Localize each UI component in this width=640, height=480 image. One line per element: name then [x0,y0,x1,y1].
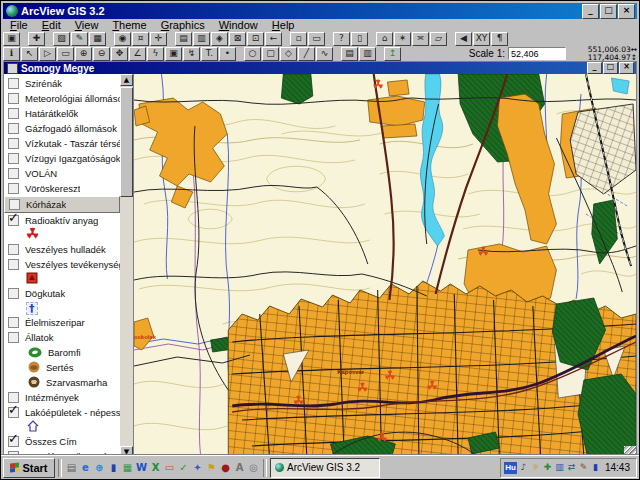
theme-properties-button[interactable]: ▧ [53,32,70,46]
merge-themes-button[interactable]: ▤ [175,32,192,46]
tile-windows-button[interactable]: ▱ [430,32,447,46]
theme-dogkutak[interactable]: Dögkutak [4,286,120,301]
text-editor-icon[interactable]: A [233,460,246,475]
theme-korhazak[interactable]: Kórházak [4,196,120,213]
theme-gazfogado-allomasok[interactable]: Gázfogadó állomások [4,121,120,136]
theme-hataratkelok[interactable]: Határátkelők [4,106,120,121]
theme-vizugyi-igazgatosagok[interactable]: Vízügyi Igazgatóságok [4,151,120,166]
graph-tool[interactable]: ▥ [359,47,376,61]
powerpoint-icon[interactable]: ▭ [163,460,176,475]
draw-line-tool[interactable]: ╱ [298,47,315,61]
open-theme-table-button[interactable]: ▦ [89,32,106,46]
arcview-task-button[interactable]: ArcView GIS 3.2 [270,458,380,478]
map-canvas[interactable]: Kaposvároskolak [134,74,636,458]
zoom-active-theme-button[interactable]: ⊡ [247,32,264,46]
scroll-up-button[interactable]: ▲ [120,74,133,86]
draw-rect-tool[interactable]: ▢ [262,47,279,61]
cd-player-icon[interactable]: ◎ [247,460,260,475]
xy-coordinates-button[interactable]: XY [473,32,490,46]
internet-explorer-icon[interactable]: e [79,460,92,475]
theme-checkbox-allatok[interactable] [8,332,19,343]
locate-address-button[interactable]: ¤ [132,32,149,46]
add-theme-button[interactable]: ✚ [28,32,45,46]
find-button[interactable]: ◉ [114,32,131,46]
theme-checkbox-volan[interactable] [8,168,19,179]
volume-icon[interactable]: ♪ [518,462,529,474]
theme-elelmiszeripar[interactable]: Élelmiszeripar [4,315,120,330]
app-titlebar[interactable]: ArcView GIS 3.2 _ □ × [3,3,637,19]
theme-checkbox-vizugyi-igazgatosagok[interactable] [8,153,19,164]
view-maximize-button[interactable]: □ [603,62,618,74]
antivirus-icon[interactable]: ✚ [542,462,553,474]
theme-checkbox-hataratkelok[interactable] [8,108,19,119]
scrollbar-thumb[interactable] [120,87,133,197]
image-viewer-icon[interactable]: ▦ [121,460,134,475]
zoom-in-tool[interactable]: ⊕ [75,47,92,61]
draw-point-tool[interactable]: • [219,47,236,61]
zoom-previous-button[interactable]: ← [265,32,282,46]
theme-checkbox-korhazak[interactable] [9,199,20,210]
hotlink-tool[interactable]: ↯ [183,47,200,61]
theme-checkbox-veszelyes-tevekenyseg[interactable] [8,259,19,270]
help-pointer-button[interactable]: ? [333,32,350,46]
save-project-button[interactable]: ▣ [3,32,20,46]
graphics-icon[interactable]: ✎ [578,462,589,474]
measure-tool[interactable]: ∠ [129,47,146,61]
theme-checkbox-szirenak[interactable] [8,78,19,89]
text-label-tool[interactable]: T. [201,47,218,61]
media-player-icon[interactable]: ✓ [177,460,190,475]
theme-checkbox-dogkutak[interactable] [8,288,19,299]
zoom-home-button[interactable]: ⌂ [376,32,393,46]
query-builder-button[interactable]: ✛ [150,32,167,46]
theme-checkbox-radioaktiv-anyag[interactable]: ✓ [8,215,19,226]
maximize-button[interactable]: □ [600,4,617,19]
theme-meteorologiai-allomasok[interactable]: Meteorológiai állomások [4,91,120,106]
area-select-tool[interactable]: ▣ [165,47,182,61]
draw-polygon-tool[interactable]: ◇ [280,47,297,61]
display-icon[interactable]: ▥ [554,462,565,474]
view-titlebar[interactable]: Somogy Megye _ □ × [4,62,636,74]
theme-checkbox-gazfogado-allomasok[interactable] [8,123,19,134]
theme-checkbox-voroskereszt[interactable] [8,183,19,194]
theme-intezmenyek[interactable]: Intézmények [4,390,120,405]
draw-circle-tool[interactable]: ○ [244,47,261,61]
start-button[interactable]: Start [3,458,55,478]
create-frame-button[interactable]: ▭ [308,32,325,46]
spatial-join-button[interactable]: ◈ [211,32,228,46]
theme-checkbox-meteorologiai-allomasok[interactable] [8,93,19,104]
theme-veszelyes-tevekenyseg[interactable]: Veszélyes tevékenység [4,257,120,272]
flash-tool[interactable]: ϟ [147,47,164,61]
minimize-button[interactable]: _ [582,4,599,19]
theme-osszes-cim[interactable]: ✓Összes Cím [4,434,120,449]
view-minimize-button[interactable]: _ [587,62,602,74]
realplayer-icon[interactable]: ● [219,460,232,475]
theme-checkbox-vizkutak-taszar-terseg[interactable] [8,138,19,149]
scheduler-icon[interactable]: ☼ [530,462,541,474]
theme-allatok[interactable]: Állatok [4,330,120,345]
close-button[interactable]: × [618,4,635,19]
pointer-tool[interactable]: ↖ [21,47,38,61]
theme-veszelyes-hulladek[interactable]: Veszélyes hulladék [4,242,120,257]
theme-checkbox-elelmiszeripar[interactable] [8,317,19,328]
theme-radioaktiv-anyag[interactable]: ✓Radioaktív anyag [4,213,120,228]
edit-legend-button[interactable]: ✎ [71,32,88,46]
select-features-button[interactable]: ▫ [290,32,307,46]
flag-tool-icon[interactable]: ⚑ [205,460,218,475]
identify-tool[interactable]: ℹ [3,47,20,61]
draw-polyline-tool[interactable]: ∿ [316,47,333,61]
measure-scale-button[interactable]: ≍ [412,32,429,46]
network-icon[interactable]: ⇄ [566,462,577,474]
theme-checkbox-lakoepuletek-nepesseg[interactable]: ✓ [8,407,19,418]
field-calculator-button[interactable]: ¶ [491,32,508,46]
theme-szirenak[interactable]: Szirénák [4,76,120,91]
messenger-icon[interactable]: ✦ [191,460,204,475]
theme-vizkutak-taszar-terseg[interactable]: Vízkutak - Taszár térség [4,136,120,151]
theme-checkbox-osszes-cim[interactable]: ✓ [8,436,19,447]
toc-scrollbar[interactable]: ▲ ▼ [120,74,133,458]
go-tool[interactable]: ↥ [384,47,401,61]
media-first-button[interactable]: ◀ [455,32,472,46]
show-desktop-icon[interactable]: ▤ [65,460,78,475]
keyboard-layout-indicator[interactable]: Hu [504,462,517,474]
zoom-out-tool[interactable]: ⊖ [93,47,110,61]
summarize-tool[interactable]: ▤ [341,47,358,61]
